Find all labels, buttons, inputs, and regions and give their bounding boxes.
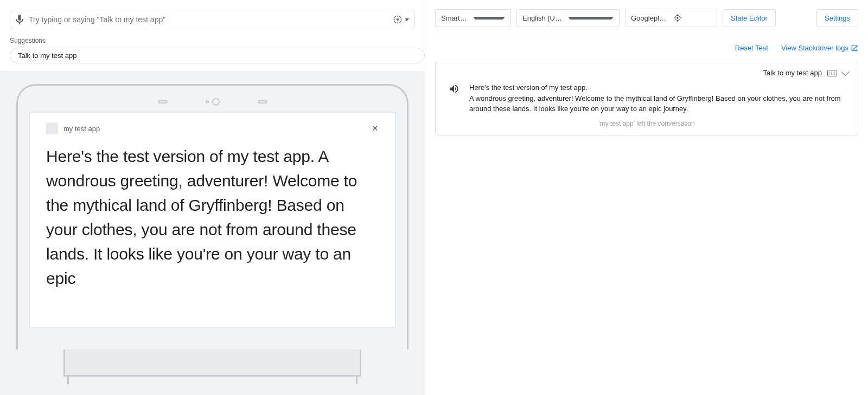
conversation-line-2: A wondrous greeting, adventurer! Welcome…	[469, 93, 845, 114]
svg-point-3	[676, 17, 678, 18]
chevron-down-icon	[473, 17, 505, 20]
expand-chevron-icon[interactable]	[841, 68, 849, 75]
surface-dropdown[interactable]: Smart Display	[435, 9, 511, 27]
state-editor-button[interactable]: State Editor	[723, 9, 776, 27]
language-dropdown[interactable]: English (United States)	[516, 9, 620, 27]
app-logo-placeholder	[46, 122, 58, 134]
location-dropdown[interactable]: Googleplex, Mountain …	[625, 9, 717, 27]
settings-button[interactable]: Settings	[816, 9, 858, 27]
device-base	[63, 349, 361, 377]
assistant-mode-dropdown-icon[interactable]	[405, 18, 409, 21]
suggestions-label: Suggestions	[10, 37, 425, 44]
conversation-response: Here's the test version of my test app. …	[469, 82, 845, 114]
simulator-toolbar: Smart Display English (United States) Go…	[425, 0, 868, 36]
device-screen: my test app ✕ Here's the test version of…	[29, 112, 396, 328]
suggestion-chip[interactable]: Talk to my test app	[10, 48, 425, 63]
view-logs-label: View Stackdriver logs	[781, 44, 848, 52]
device-preview-area: my test app ✕ Here's the test version of…	[0, 71, 425, 395]
keyboard-icon	[827, 70, 837, 76]
microphone-icon[interactable]	[16, 15, 23, 24]
conversation-line-1: Here's the test version of my test app.	[469, 82, 845, 93]
smart-display-frame: my test app ✕ Here's the test version of…	[16, 84, 409, 349]
assistant-mode-icon[interactable]	[393, 15, 403, 24]
reset-test-link[interactable]: Reset Test	[735, 44, 768, 52]
language-value: English (United States)	[522, 14, 564, 22]
close-icon[interactable]: ✕	[372, 124, 379, 133]
screen-response-text: Here's the test version of my test app. …	[46, 144, 379, 290]
app-name-label: my test app	[63, 125, 366, 133]
conversation-title: Talk to my test app	[763, 69, 822, 77]
conversation-footer: 'my test app' left the conversation	[445, 120, 848, 127]
device-foot	[67, 377, 358, 384]
surface-value: Smart Display	[441, 14, 469, 22]
query-input-bar[interactable]	[10, 10, 415, 29]
speaker-icon	[449, 83, 459, 96]
location-value: Googleplex, Mountain …	[631, 14, 669, 22]
conversation-card: Talk to my test app Here's the test vers…	[435, 61, 858, 135]
view-logs-link[interactable]: View Stackdriver logs	[781, 44, 858, 52]
query-input[interactable]	[29, 15, 387, 24]
device-sensors	[29, 96, 396, 107]
external-link-icon	[851, 44, 858, 52]
action-links-row: Reset Test View Stackdriver logs	[425, 36, 868, 57]
location-target-icon	[673, 14, 711, 22]
chevron-down-icon	[568, 17, 614, 20]
svg-point-1	[397, 18, 399, 21]
